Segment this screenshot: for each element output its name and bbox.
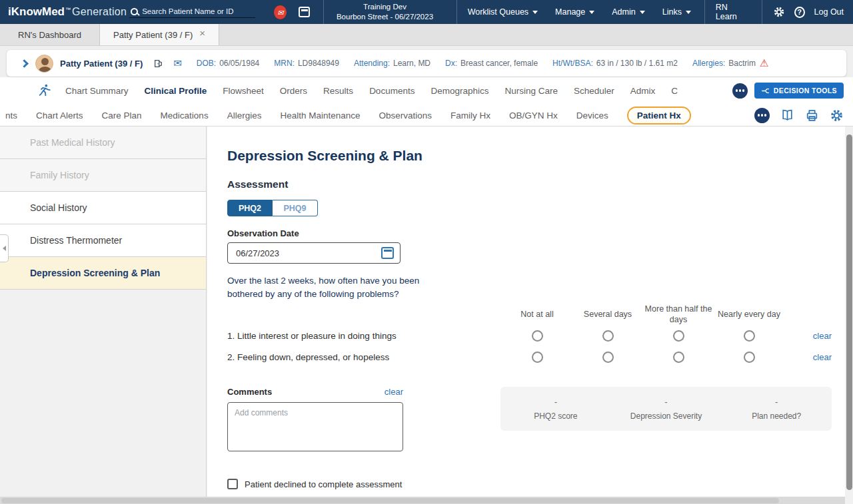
subnav-medications[interactable]: Medications [161,111,209,121]
nav-orders[interactable]: Orders [280,86,307,96]
nav-demographics[interactable]: Demographics [430,86,488,96]
divider [323,0,324,24]
phq2-toggle-button[interactable]: PHQ2 [227,200,273,216]
menu-label: Links [662,7,682,17]
depression-severity-value: - [664,397,667,407]
sidebar-item-distress-thermometer[interactable]: Distress Thermometer [0,224,206,257]
subnav-overflow-button[interactable] [754,108,770,123]
sidebar-item-depression-screening[interactable]: Depression Screening & Plan [0,257,206,290]
comments-label: Comments [227,387,272,397]
q1-not-at-all-radio[interactable] [532,330,543,342]
messages-button[interactable] [274,5,287,19]
horizontal-scrollbar[interactable] [0,497,845,504]
divider [762,0,762,24]
comments-and-score-zone: Comments clear - PHQ2 score - Depression… [227,387,832,473]
collapse-sidebar-handle[interactable] [0,234,9,262]
envelope-icon [277,6,283,18]
calendar-button[interactable] [299,7,310,17]
subnav-chart-alerts[interactable]: Chart Alerts [36,111,83,121]
nav-scheduler[interactable]: Scheduler [574,86,614,96]
subnav-obgyn-hx[interactable]: OB/GYN Hx [509,111,558,121]
subnav-patient-hx[interactable]: Patient Hx [627,107,691,125]
nav-item-truncated[interactable]: C [671,86,678,96]
expand-banner-icon[interactable] [20,59,29,68]
nav-clinical-profile[interactable]: Clinical Profile [145,86,207,96]
horizontal-scrollbar-thumb[interactable] [1,498,779,503]
print-button[interactable] [805,109,819,123]
phq2-score-summary: - PHQ2 score [500,387,611,431]
environment-info: Training Dev Bourbon Street - 06/27/2023 [329,2,440,22]
nav-flowsheet[interactable]: Flowsheet [223,86,264,96]
subnav-allergies[interactable]: Allergies [227,111,262,121]
question-text: 1. Little interest or pleasure in doing … [227,331,502,341]
sidebar-item-social-history[interactable]: Social History [0,192,206,224]
nav-chart-summary[interactable]: Chart Summary [65,86,129,96]
q2-clear-link[interactable]: clear [813,352,832,362]
links-menu[interactable]: Links [662,7,691,17]
q1-nearly-every-day-radio[interactable] [744,330,755,342]
sidebar-item-past-medical-history: Past Medical History [0,126,206,159]
dob-field: DOB: 06/05/1984 [197,59,259,68]
nav-admix[interactable]: Admix [630,86,656,96]
subnav-health-maintenance[interactable]: Health Maintenance [280,111,360,121]
date-picker-icon[interactable] [381,247,394,259]
column-not-at-all: Not at all [520,310,553,320]
nav-documents[interactable]: Documents [369,86,415,96]
q1-clear-link[interactable]: clear [813,331,832,341]
decision-tools-button[interactable]: DECISION TOOLS [754,83,844,99]
room-status-button[interactable] [153,59,163,69]
environment-name: Training Dev [329,2,440,12]
subnav-observations[interactable]: Observations [379,111,432,121]
patient-hx-sidebar: Past Medical History Family History Soci… [0,126,207,497]
admin-menu[interactable]: Admin [612,7,644,17]
depression-severity-summary: - Depression Severity [611,387,722,431]
observation-date-field [227,242,401,264]
location-date: Bourbon Street - 06/27/2023 [329,12,440,22]
reference-book-button[interactable] [780,109,794,123]
subnav-settings-button[interactable] [830,109,844,123]
tab-rns-dashboard[interactable]: RN's Dashboard [0,24,100,45]
phq9-toggle-button[interactable]: PHQ9 [273,200,318,216]
manage-menu[interactable]: Manage [555,7,594,17]
column-several-days: Several days [584,310,632,320]
subnav-item-truncated[interactable]: nts [5,111,17,121]
comments-textarea[interactable] [227,402,403,451]
nav-results[interactable]: Results [323,86,353,96]
subnav-devices[interactable]: Devices [576,111,608,121]
q1-more-than-half-radio[interactable] [673,330,684,342]
allergy-alert-icon[interactable] [760,57,768,69]
subnav-right-group [754,108,844,123]
tab-label: Patty Patient (39 / F) [113,30,193,40]
worklist-queues-menu[interactable]: Worklist Queues [468,7,538,17]
column-more-than-half: More than half the days [644,304,713,325]
scrollbar-corner [845,497,853,504]
close-tab-icon[interactable]: × [199,27,205,39]
q2-several-days-radio[interactable] [602,352,614,363]
clinical-profile-subnav: nts Chart Alerts Care Plan Medications A… [0,104,853,126]
q2-more-than-half-radio[interactable] [673,352,684,363]
subnav-family-hx[interactable]: Family Hx [450,111,490,121]
patient-avatar[interactable] [35,55,53,73]
subnav-care-plan[interactable]: Care Plan [102,111,142,121]
observation-date-input[interactable] [236,248,381,258]
patient-search-input[interactable] [142,7,254,15]
q2-not-at-all-radio[interactable] [532,352,543,363]
rn-learn-button[interactable]: RN Learn [716,3,748,21]
help-button[interactable] [794,7,805,18]
settings-gear-button[interactable] [773,6,785,18]
vertical-scrollbar[interactable] [845,126,853,497]
declined-checkbox[interactable] [227,479,238,489]
q1-several-days-radio[interactable] [602,330,614,342]
tab-patty-patient[interactable]: Patty Patient (39 / F) × [100,24,219,45]
message-patient-button[interactable] [173,57,182,69]
q2-nearly-every-day-radio[interactable] [744,352,755,363]
patient-tracker-button[interactable] [37,83,52,98]
printer-icon [805,109,819,123]
comments-clear-link[interactable]: clear [385,387,403,397]
log-out-button[interactable]: Log Out [814,7,844,17]
chevron-down-icon [532,11,538,14]
score-summary-panel: - PHQ2 score - Depression Severity - Pla… [500,387,832,431]
nav-overflow-button[interactable] [732,83,748,99]
vertical-scrollbar-thumb[interactable] [846,134,852,490]
nav-nursing-care[interactable]: Nursing Care [504,86,558,96]
